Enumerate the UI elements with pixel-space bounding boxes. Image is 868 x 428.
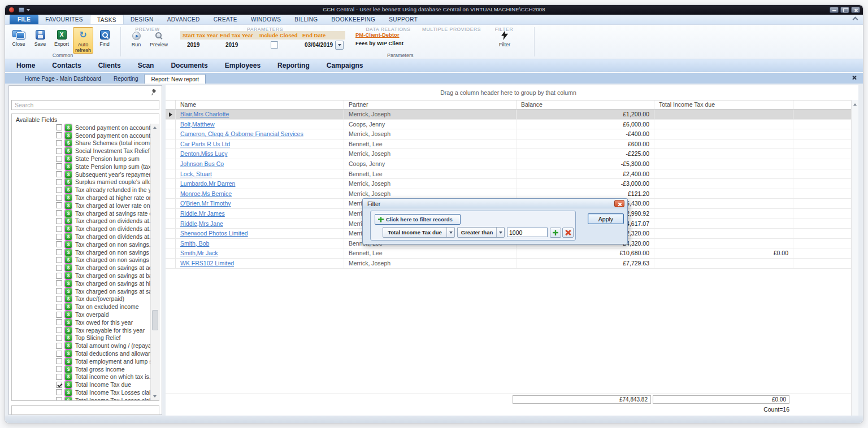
field-checkbox[interactable] xyxy=(56,202,62,208)
client-name-link[interactable]: Lumbardo,Mr Darren xyxy=(180,180,235,187)
filter-button[interactable]: Filter xyxy=(496,30,513,47)
menu-item[interactable]: Documents xyxy=(171,62,207,69)
client-name-link[interactable]: Sherwood Photos Limited xyxy=(180,230,248,237)
field-checkbox[interactable] xyxy=(56,241,62,247)
ribbon-tab[interactable]: FAVOURITES xyxy=(38,15,90,24)
field-checkbox[interactable] xyxy=(56,249,62,255)
ribbon-tab[interactable]: DESIGN xyxy=(124,15,160,24)
scroll-up-icon[interactable] xyxy=(853,103,857,106)
dropdown-arrow[interactable] xyxy=(496,228,504,237)
menu-item[interactable]: Campaigns xyxy=(327,62,363,69)
menu-item[interactable]: Employees xyxy=(225,62,261,69)
field-item[interactable]: Total amount owing / (repaya... xyxy=(12,342,150,350)
field-checkbox[interactable] xyxy=(56,358,62,364)
field-checkbox[interactable] xyxy=(56,319,62,325)
table-row[interactable]: Blair,Mrs Charlotte Merrick, Joseph £1,2… xyxy=(166,110,851,120)
field-checkbox[interactable] xyxy=(56,327,62,333)
maximize-button[interactable] xyxy=(840,7,849,13)
field-checkbox[interactable] xyxy=(56,374,62,380)
minimize-button[interactable] xyxy=(830,7,839,13)
scroll-down-icon[interactable] xyxy=(153,395,157,398)
field-item[interactable]: Total employment and lump s... xyxy=(12,357,150,365)
name-column-header[interactable]: Name xyxy=(176,101,344,109)
field-checkbox[interactable] xyxy=(56,343,62,349)
field-item[interactable]: Total deductions and allowan... xyxy=(12,350,150,357)
field-item[interactable]: Tax charged on savings at ba... xyxy=(12,272,150,279)
field-checkbox[interactable] xyxy=(56,148,62,154)
field-checkbox[interactable] xyxy=(56,156,62,162)
grid-scrollbar[interactable] xyxy=(851,100,858,417)
field-checkbox[interactable] xyxy=(56,312,62,318)
client-name-link[interactable]: Smith, Bob xyxy=(180,240,209,247)
filter-operator-dropdown[interactable]: Greater than xyxy=(457,227,505,238)
field-item[interactable]: Tax already refunded in the y... xyxy=(12,186,150,194)
field-checkbox[interactable] xyxy=(56,265,62,271)
field-checkbox[interactable] xyxy=(56,397,62,400)
ribbon-tab[interactable]: TASKS xyxy=(90,15,124,24)
field-item[interactable]: Tax charged on savings at hi... xyxy=(12,279,150,287)
field-checkbox[interactable] xyxy=(56,218,62,224)
field-checkbox[interactable] xyxy=(56,273,62,279)
client-name-link[interactable]: Lock, Stuart xyxy=(180,171,212,177)
field-checkbox[interactable] xyxy=(56,351,62,357)
field-item[interactable]: Tax on excluded income xyxy=(12,303,150,311)
client-name-link[interactable]: Riddle,Mr James xyxy=(180,210,225,217)
dropdown-arrow[interactable] xyxy=(446,228,454,237)
include-closed-checkbox[interactable] xyxy=(271,41,278,49)
export-button[interactable]: Export xyxy=(51,27,72,54)
menu-item[interactable]: Reporting xyxy=(277,62,310,69)
start-tax-year-value[interactable]: 2019 xyxy=(187,42,199,48)
client-name-link[interactable]: WK FRS102 Limited xyxy=(180,260,234,267)
field-checkbox[interactable] xyxy=(56,335,62,341)
client-name-link[interactable]: Riddle,Mrs Jane xyxy=(180,220,223,227)
field-checkbox[interactable] xyxy=(56,171,62,177)
field-item[interactable]: Second payment on account f... xyxy=(12,124,150,132)
document-tab[interactable]: Report: New report xyxy=(144,74,205,84)
field-item[interactable]: Tax owed for this year xyxy=(12,318,150,326)
field-item[interactable]: Social Investment Tax Relief xyxy=(12,147,150,155)
field-item[interactable]: Tax charged on dividends at... xyxy=(12,217,150,225)
field-item[interactable]: Tax charged at lower rate on... xyxy=(12,202,150,209)
field-checkbox[interactable] xyxy=(56,366,62,372)
field-checkbox[interactable] xyxy=(56,179,62,185)
filter-field-dropdown[interactable]: Total Income Tax due xyxy=(383,227,455,238)
field-item[interactable]: Second payment on account f... xyxy=(12,132,150,139)
table-row[interactable]: Car Parts R Us Ltd Bennett, Lee £600.00 xyxy=(166,139,851,150)
field-item[interactable]: Tax due/(overpaid) xyxy=(12,295,150,303)
field-checkbox[interactable] xyxy=(56,389,62,395)
field-item[interactable]: Total Income Tax due xyxy=(12,381,150,388)
filter-value-input[interactable] xyxy=(507,228,548,237)
balance-column-header[interactable]: Balance xyxy=(517,101,654,109)
preview-button[interactable]: Preview xyxy=(149,32,169,47)
client-name-link[interactable]: Smith,Mr Jack xyxy=(180,250,218,256)
field-checkbox[interactable] xyxy=(56,382,62,388)
client-name-link[interactable]: Cameron, Clegg & Osborne Financial Servi… xyxy=(180,130,303,137)
field-item[interactable]: Tax overpaid xyxy=(12,311,150,318)
table-row[interactable]: Denton,Miss Lucy Merrick, Joseph -£225.0… xyxy=(166,149,851,159)
menu-item[interactable]: Contacts xyxy=(52,62,81,69)
ribbon-tab[interactable]: CREATE xyxy=(207,15,244,24)
add-filter-button[interactable]: Click here to filter records xyxy=(375,214,461,225)
field-checkbox[interactable] xyxy=(56,124,62,130)
client-name-link[interactable]: Monroe,Ms Bernice xyxy=(180,190,232,197)
pm-client-debtor-link[interactable]: PM-Client-Debtor xyxy=(355,32,403,38)
table-row[interactable]: Lock, Stuart Bennett, Lee £2,400.00 xyxy=(166,169,851,180)
apply-button[interactable]: Apply xyxy=(588,213,624,224)
field-item[interactable]: Total Income Tax Losses clai... xyxy=(12,396,150,400)
menu-item[interactable]: Home xyxy=(16,62,35,69)
filter-dialog-close-button[interactable] xyxy=(614,200,624,207)
client-name-link[interactable]: Bolt,Matthew xyxy=(180,121,215,128)
ribbon-tab[interactable]: BILLING xyxy=(288,15,324,24)
ribbon-tab[interactable]: FILE xyxy=(10,15,38,24)
field-item[interactable]: State Pension lump sum (tax... xyxy=(12,163,150,171)
field-item[interactable]: Tax charged on non savings i... xyxy=(12,248,150,256)
field-item[interactable]: Tax charged on non savings i... xyxy=(12,256,150,264)
field-checkbox[interactable] xyxy=(56,234,62,240)
auto-refresh-button[interactable]: Auto refresh xyxy=(73,27,93,54)
field-item[interactable]: State Pension lump sum xyxy=(12,155,150,163)
field-item[interactable]: Tax repayable for this year xyxy=(12,326,150,334)
tax-column-header[interactable]: Total Income Tax due xyxy=(654,101,793,109)
field-item[interactable]: Total gross income xyxy=(12,365,150,373)
end-date-value[interactable]: 03/04/2019 xyxy=(305,42,333,48)
field-checkbox[interactable] xyxy=(56,226,62,232)
